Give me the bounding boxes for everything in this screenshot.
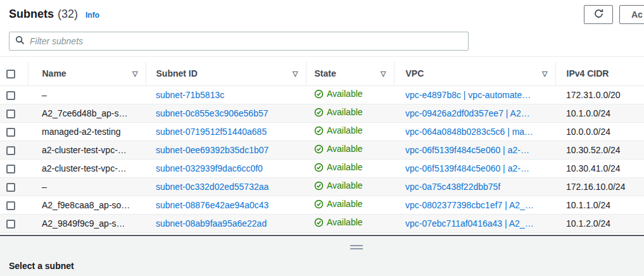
subnet-id-cell: subnet-08876e42ae94a0c43 xyxy=(146,196,306,214)
filter-subnets-input[interactable] xyxy=(30,32,468,50)
subnet-id-cell: subnet-0c855e3c906e56b57 xyxy=(146,104,306,122)
state-cell: Available xyxy=(306,177,394,196)
header-divider xyxy=(0,56,644,57)
column-label: Subnet ID xyxy=(156,68,198,78)
subnet-id-link[interactable]: subnet-0ee69392b35dc1b07 xyxy=(156,145,268,155)
refresh-icon xyxy=(593,8,604,21)
vpc-cell: vpc-064a0848b0283c5c6 | ma… xyxy=(394,122,555,141)
table-row: – subnet-71b5813c Available vpc-e4897b8c… xyxy=(0,85,644,104)
vpc-link[interactable]: vpc-e4897b8c | vpc-automate… xyxy=(405,90,531,100)
row-select-cell xyxy=(0,214,28,232)
page-header: Subnets (32) Info xyxy=(9,8,99,21)
row-checkbox[interactable] xyxy=(6,110,15,118)
state-cell: Available xyxy=(306,104,394,122)
status-label: Available xyxy=(327,89,363,99)
row-checkbox[interactable] xyxy=(6,183,15,192)
state-cell: Available xyxy=(306,159,394,177)
column-label: State xyxy=(315,68,336,78)
ipv4-cidr-cell: 10.1.2.0/24 xyxy=(555,214,644,232)
vpc-link[interactable]: vpc-06f5139f484c5e060 | a2-… xyxy=(405,145,529,155)
available-check-icon xyxy=(314,218,324,227)
row-checkbox[interactable] xyxy=(6,128,15,137)
name-cell: – xyxy=(28,177,146,196)
sort-icon: ▽ xyxy=(381,70,386,77)
name-cell: A2_9849f9c9_ap-s… xyxy=(28,214,146,232)
row-checkbox[interactable] xyxy=(6,201,15,210)
select-all-header xyxy=(0,62,28,85)
available-check-icon xyxy=(314,108,324,117)
sort-icon: ▽ xyxy=(132,70,137,77)
subnet-id-cell: subnet-032939f9dac6cc0f0 xyxy=(146,159,306,177)
column-label: VPC xyxy=(406,68,424,78)
split-panel-drag-handle[interactable] xyxy=(350,245,363,251)
name-cell: A2_7ce6d48b_ap-s… xyxy=(28,104,146,122)
vpc-cell: vpc-06f5139f484c5e060 | a2-… xyxy=(394,141,555,159)
row-checkbox[interactable] xyxy=(6,146,15,155)
available-check-icon xyxy=(314,89,324,99)
status-badge: Available xyxy=(314,180,363,191)
status-label: Available xyxy=(327,162,363,172)
row-select-cell xyxy=(0,85,28,104)
name-cell: A2_f9e8caa8_ap-so… xyxy=(28,196,146,214)
vpc-link[interactable]: vpc-07ebc711af0416a43 | A2_… xyxy=(405,218,534,229)
column-header-state[interactable]: State ▽ xyxy=(306,62,394,85)
resource-count: (32) xyxy=(58,8,78,21)
ipv4-cidr-cell: 10.1.1.0/24 xyxy=(555,196,644,214)
status-label: Available xyxy=(327,107,363,117)
subnet-id-link[interactable]: subnet-0719512f51440a685 xyxy=(156,127,267,137)
state-cell: Available xyxy=(306,122,394,141)
subnet-id-cell: subnet-71b5813c xyxy=(146,85,306,104)
column-header-vpc[interactable]: VPC ▽ xyxy=(394,62,555,85)
row-select-cell xyxy=(0,104,28,122)
info-link[interactable]: Info xyxy=(85,11,99,20)
row-checkbox[interactable] xyxy=(6,220,15,229)
available-check-icon xyxy=(314,163,324,172)
refresh-button[interactable] xyxy=(584,5,613,24)
status-label: Available xyxy=(327,180,363,191)
subnet-id-link[interactable]: subnet-0c332d02ed55732aa xyxy=(156,182,268,192)
vpc-link[interactable]: vpc-0a75c438f22dbb75f xyxy=(405,182,500,192)
state-cell: Available xyxy=(306,214,394,232)
actions-button-label: Ac xyxy=(631,9,643,20)
select-all-checkbox[interactable] xyxy=(6,70,15,78)
subnet-id-link[interactable]: subnet-08ab9faa95a6e22ad xyxy=(156,218,267,229)
available-check-icon xyxy=(314,181,324,191)
vpc-cell: vpc-e4897b8c | vpc-automate… xyxy=(394,85,555,104)
vpc-link[interactable]: vpc-064a0848b0283c5c6 | ma… xyxy=(405,127,533,137)
ipv4-cidr-cell: 10.0.0.0/24 xyxy=(555,122,644,141)
subnet-id-cell: subnet-0c332d02ed55732aa xyxy=(146,177,306,196)
available-check-icon xyxy=(314,126,324,135)
state-cell: Available xyxy=(306,196,394,214)
table-row: A2_7ce6d48b_ap-s… subnet-0c855e3c906e56b… xyxy=(0,104,644,122)
status-badge: Available xyxy=(314,107,363,117)
subnet-id-cell: subnet-0ee69392b35dc1b07 xyxy=(146,141,306,159)
actions-button[interactable]: Ac xyxy=(619,5,644,24)
subnet-id-cell: subnet-08ab9faa95a6e22ad xyxy=(146,214,306,232)
column-header-subnet-id[interactable]: Subnet ID ▽ xyxy=(146,62,306,85)
subnet-id-link[interactable]: subnet-08876e42ae94a0c43 xyxy=(156,200,268,210)
state-cell: Available xyxy=(306,141,394,159)
subnet-id-link[interactable]: subnet-0c855e3c906e56b57 xyxy=(156,108,268,118)
table-row: A2_f9e8caa8_ap-so… subnet-08876e42ae94a0… xyxy=(0,196,644,214)
ipv4-cidr-cell: 10.30.41.0/24 xyxy=(555,159,644,177)
table-row: – subnet-0c332d02ed55732aa Available vpc… xyxy=(0,177,644,196)
ipv4-cidr-cell: 10.30.52.0/24 xyxy=(555,141,644,159)
vpc-link[interactable]: vpc-09426a2df0d357ee7 | A2… xyxy=(405,108,530,118)
status-badge: Available xyxy=(314,162,363,172)
status-badge: Available xyxy=(314,144,363,154)
state-cell: Available xyxy=(306,85,394,104)
status-badge: Available xyxy=(314,199,363,209)
vpc-link[interactable]: vpc-0802377398cbc1ef7 | A2_… xyxy=(405,200,534,210)
filter-container xyxy=(9,32,469,51)
sort-icon: ▽ xyxy=(293,70,298,77)
row-select-cell xyxy=(0,196,28,214)
vpc-link[interactable]: vpc-06f5139f484c5e060 | a2-… xyxy=(405,163,529,173)
row-select-cell xyxy=(0,159,28,177)
column-header-name[interactable]: Name ▽ xyxy=(28,62,146,85)
subnet-id-link[interactable]: subnet-032939f9dac6cc0f0 xyxy=(156,163,263,173)
subnet-id-link[interactable]: subnet-71b5813c xyxy=(156,90,224,100)
row-checkbox[interactable] xyxy=(6,91,15,100)
column-header-ipv4-cidr[interactable]: IPv4 CIDR xyxy=(555,62,644,85)
name-cell: a2-cluster-test-vpc-… xyxy=(28,141,146,159)
row-checkbox[interactable] xyxy=(6,165,15,173)
